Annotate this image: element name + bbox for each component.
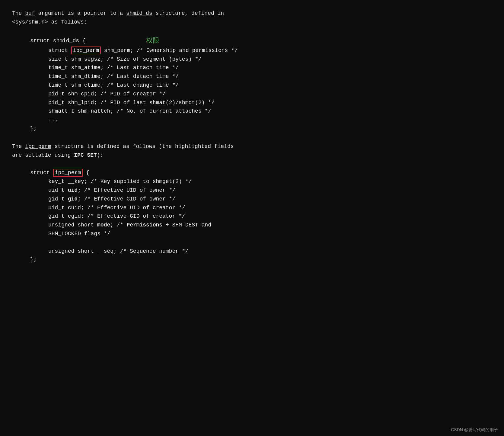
struct-shmid-field-2: size_t shm_segsz; /* Size of segment (by… <box>48 55 492 64</box>
struct-shmid-field-5: time_t shm_ctime; /* Last change time */ <box>48 81 492 90</box>
sys-shm-underline: <sys/shm.h> <box>12 19 48 25</box>
struct-shmid-field-3: time_t shm_atime; /* Last attach time */ <box>48 63 492 72</box>
intro-paragraph: The buf argument is a pointer to a shmid… <box>12 9 492 27</box>
struct-shmid-field-1: struct ipc_perm shm_perm; /* Ownership a… <box>48 46 492 55</box>
struct-shmid-ellipsis: ... <box>48 116 492 124</box>
uid-bold: uid; <box>68 187 81 193</box>
ipc-perm-field-7: unsigned short __seq; /* Sequence number… <box>48 247 492 256</box>
ipc-perm-field-6: unsigned short mode; /* Permissions + SH… <box>48 221 492 229</box>
struct-shmid-ds: struct shmid_ds { 权限 struct ipc_perm shm… <box>12 36 492 133</box>
ipc-perm-field-5: gid_t cgid; /* Effective GID of creator … <box>48 212 492 221</box>
struct-shmid-closing: }; <box>30 124 492 133</box>
struct-ipc-perm-header: struct ipc_perm { <box>30 168 492 177</box>
field-type: struct <box>48 47 71 53</box>
intro-line2: <sys/shm.h> as follows: <box>12 18 492 27</box>
ipc-perm-field-3: gid_t gid; /* Effective GID of owner */ <box>48 195 492 204</box>
gid-bold: gid; <box>68 196 81 202</box>
ipc-perm-field-1: key_t __key; /* Key supplied to shmget(2… <box>48 177 492 186</box>
struct-shmid-field-6: pid_t shm_cpid; /* PID of creator */ <box>48 90 492 98</box>
intro2-line1: The ipc_perm structure is defined as fol… <box>12 142 492 151</box>
struct-shmid-field-7: pid_t shm_lpid; /* PID of last shmat(2)/… <box>48 98 492 107</box>
struct-shmid-field-4: time_t shm_dtime; /* Last detach time */ <box>48 72 492 81</box>
ipc-perm-field-4: uid_t cuid; /* Effective UID of creator … <box>48 204 492 212</box>
ipc-perm-highlight-2: ipc_perm <box>53 169 83 177</box>
struct-shmid-field-8: shmatt_t shm_nattch; /* No. of current a… <box>48 107 492 116</box>
ipc-perm-closing: }; <box>30 255 492 264</box>
struct-ipc-perm: struct ipc_perm { key_t __key; /* Key su… <box>12 168 492 264</box>
field-name: shm_perm; /* Ownership and permissions *… <box>101 47 238 53</box>
ipc-perm-field-2: uid_t uid; /* Effective UID of owner */ <box>48 186 492 195</box>
ipc-perm-underline-2: ipc_perm <box>25 143 51 149</box>
ipc-perm-field-7-spacer <box>48 238 492 247</box>
footer: CSDN @爱写代码的刖子 <box>451 426 498 433</box>
struct-shmid-header: struct shmid_ds { <box>30 37 86 45</box>
mode-bold: mode; <box>97 222 113 228</box>
intro2-paragraph: The ipc_perm structure is defined as fol… <box>12 142 492 160</box>
intro2-line2: are settable using IPC_SET): <box>12 151 492 160</box>
ipc-set-label: IPC_SET <box>74 152 97 158</box>
footer-text: CSDN @爱写代码的刖子 <box>451 427 498 432</box>
ipc-perm-field-6b: SHM_LOCKED flags */ <box>48 229 492 238</box>
annotation-label: 权限 <box>146 36 159 46</box>
intro-line1: The buf argument is a pointer to a shmid… <box>12 9 492 18</box>
buf-underline: buf <box>25 10 35 16</box>
ipc-perm-highlight-1: ipc_perm <box>71 46 101 54</box>
struct-header-row: struct shmid_ds { 权限 <box>30 36 492 46</box>
shmid-ds-underline: shmid_ds <box>126 10 152 16</box>
permissions-bold: Permissions <box>126 222 162 228</box>
